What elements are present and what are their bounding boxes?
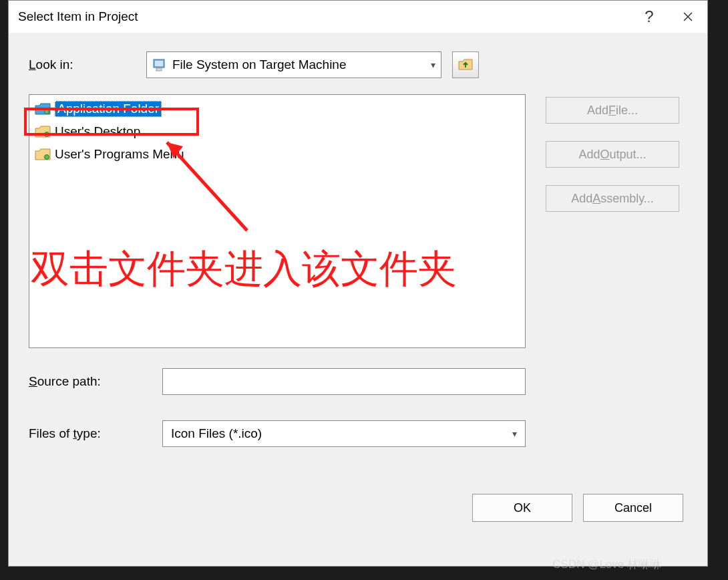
add-file-button[interactable]: Add File... <box>546 97 679 124</box>
lookin-label: Look in: <box>29 57 136 72</box>
source-path-row: Source path: <box>29 368 687 395</box>
list-item-application-folder[interactable]: Application Folder <box>32 98 522 120</box>
chevron-down-icon: ▾ <box>512 428 517 439</box>
select-item-dialog: Select Item in Project ? Look in: File S… <box>8 0 708 567</box>
file-list[interactable]: Application Folder User's Desktop User's… <box>29 94 526 348</box>
ok-button[interactable]: OK <box>472 494 572 522</box>
lookin-dropdown[interactable]: File System on Target Machine ▾ <box>146 51 441 78</box>
cancel-button[interactable]: Cancel <box>583 494 683 522</box>
svg-point-5 <box>45 155 49 160</box>
folder-up-icon <box>458 57 474 72</box>
side-buttons: Add File... Add Output... Add Assembly..… <box>546 94 679 348</box>
dialog-button-row: OK Cancel <box>29 494 687 522</box>
main-row: Application Folder User's Desktop User's… <box>29 94 687 348</box>
chevron-down-icon: ▾ <box>431 59 435 70</box>
list-item-users-programs-menu[interactable]: User's Programs Menu <box>32 143 522 166</box>
folder-up-button[interactable] <box>452 51 479 78</box>
watermark: CSDN @Love 林咻咻 <box>552 557 661 572</box>
dialog-title: Select Item in Project <box>18 9 630 24</box>
help-button[interactable]: ? <box>630 1 669 33</box>
list-item-label: User's Desktop <box>55 124 140 139</box>
add-assembly-button[interactable]: Add Assembly... <box>546 185 679 212</box>
folder-icon <box>35 102 51 116</box>
folder-icon <box>35 148 51 161</box>
source-path-label: Source path: <box>29 374 162 389</box>
titlebar: Select Item in Project ? <box>9 1 707 33</box>
folder-icon <box>35 125 51 138</box>
svg-point-3 <box>45 110 49 114</box>
close-icon <box>683 11 693 22</box>
files-type-dropdown[interactable]: Icon Files (*.ico) ▾ <box>162 420 526 447</box>
files-type-row: Files of type: Icon Files (*.ico) ▾ <box>29 420 687 447</box>
list-item-label: Application Folder <box>55 101 162 117</box>
list-item-users-desktop[interactable]: User's Desktop <box>32 120 522 143</box>
lookin-row: Look in: File System on Target Machine ▾ <box>29 51 687 78</box>
source-path-input[interactable] <box>162 368 526 395</box>
files-type-value: Icon Files (*.ico) <box>171 426 262 441</box>
close-button[interactable] <box>669 1 707 33</box>
svg-rect-2 <box>156 68 162 71</box>
dialog-content: Look in: File System on Target Machine ▾… <box>9 33 707 522</box>
files-type-label: Files of type: <box>29 426 162 441</box>
lookin-value: File System on Target Machine <box>172 57 425 72</box>
add-output-button[interactable]: Add Output... <box>546 141 679 168</box>
svg-rect-1 <box>155 61 163 66</box>
list-item-label: User's Programs Menu <box>55 147 184 162</box>
svg-point-4 <box>45 132 49 137</box>
computer-icon <box>152 57 167 72</box>
